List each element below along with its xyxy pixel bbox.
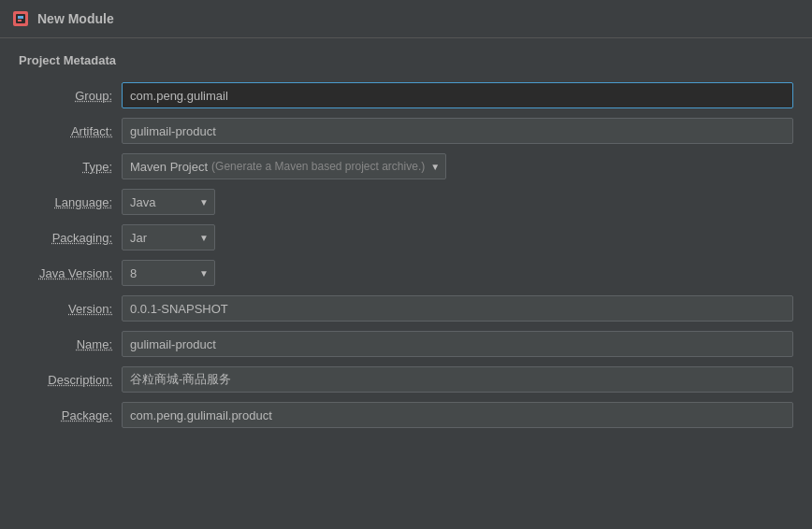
artifact-row: Artifact: (19, 118, 793, 144)
type-value: Maven Project (130, 160, 208, 174)
type-select[interactable]: Maven Project (Generate a Maven based pr… (122, 153, 446, 179)
form-content: Project Metadata Group: Artifact: Type: … (0, 38, 812, 452)
packaging-label: Packaging: (19, 231, 122, 245)
package-row: Package: (19, 402, 793, 428)
group-label: Group: (19, 89, 122, 103)
artifact-input[interactable] (122, 118, 793, 144)
svg-rect-2 (18, 16, 23, 19)
java-version-select[interactable]: 8 11 17 (123, 261, 214, 285)
artifact-label: Artifact: (19, 124, 122, 138)
type-description: (Generate a Maven based project archive.… (211, 160, 425, 173)
group-row: Group: (19, 82, 793, 108)
app-icon (11, 9, 30, 28)
type-dropdown-arrow: ▼ (430, 162, 440, 172)
section-title: Project Metadata (19, 53, 793, 67)
packaging-row: Packaging: Jar War ▼ (19, 224, 793, 250)
version-input[interactable] (122, 295, 793, 322)
dialog-title: New Module (37, 11, 114, 26)
description-label: Description: (19, 373, 122, 387)
packaging-select-wrapper: Jar War ▼ (122, 224, 215, 250)
description-row: Description: (19, 366, 793, 393)
packaging-select[interactable]: Jar War (123, 225, 214, 250)
language-row: Language: Java Kotlin Groovy ▼ (19, 189, 793, 215)
java-version-row: Java Version: 8 11 17 ▼ (19, 260, 793, 286)
name-input[interactable] (122, 331, 793, 357)
description-input[interactable] (122, 366, 793, 393)
language-select-wrapper: Java Kotlin Groovy ▼ (122, 189, 215, 215)
version-label: Version: (19, 302, 122, 316)
java-version-select-wrapper: 8 11 17 ▼ (122, 260, 215, 286)
language-label: Language: (19, 195, 122, 209)
name-row: Name: (19, 331, 793, 357)
package-label: Package: (19, 408, 122, 422)
version-row: Version: (19, 295, 793, 322)
svg-rect-3 (18, 20, 22, 21)
type-row: Type: Maven Project (Generate a Maven ba… (19, 153, 793, 179)
title-bar: New Module (0, 0, 812, 38)
language-select[interactable]: Java Kotlin Groovy (123, 190, 214, 214)
name-label: Name: (19, 337, 122, 351)
type-label: Type: (19, 160, 122, 174)
java-version-label: Java Version: (19, 266, 122, 280)
group-input[interactable] (122, 82, 793, 108)
package-input[interactable] (122, 402, 793, 428)
